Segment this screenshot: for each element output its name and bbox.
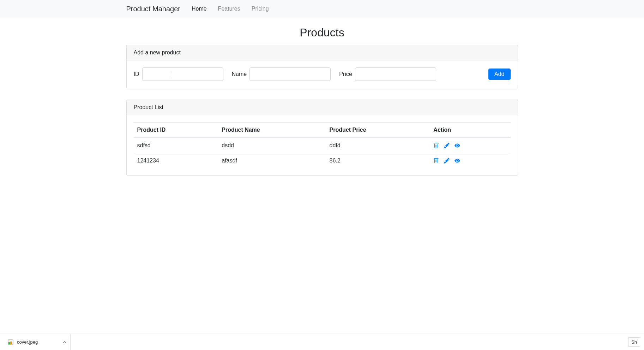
add-product-card-header: Add a new product	[127, 45, 518, 60]
trash-icon[interactable]	[433, 158, 439, 164]
nav-link-home[interactable]: Home	[186, 3, 212, 15]
add-product-form: ID Name Price Add	[134, 67, 511, 81]
pencil-icon[interactable]	[444, 158, 450, 164]
id-input[interactable]	[142, 67, 223, 81]
price-label: Price	[339, 71, 352, 77]
price-input[interactable]	[355, 67, 436, 81]
name-label: Name	[232, 71, 247, 77]
cell-product-price: 86.2	[326, 153, 430, 168]
table-row: 1241234 afasdf 86.2	[134, 153, 511, 168]
cell-product-name: afasdf	[218, 153, 326, 168]
pencil-icon[interactable]	[444, 143, 450, 148]
eye-icon[interactable]	[455, 158, 460, 164]
cell-product-id: sdfsd	[134, 138, 218, 153]
th-action: Action	[430, 123, 510, 138]
cell-action	[430, 138, 510, 153]
cell-product-name: dsdd	[218, 138, 326, 153]
navbar: Product Manager Home Features Pricing	[0, 0, 644, 18]
product-table: Product ID Product Name Product Price Ac…	[134, 122, 511, 168]
name-input[interactable]	[249, 67, 331, 81]
add-product-card: Add a new product ID Name Price	[126, 45, 518, 88]
brand[interactable]: Product Manager	[126, 3, 180, 15]
th-product-price: Product Price	[326, 123, 430, 138]
add-button[interactable]: Add	[488, 69, 510, 80]
nav-link-features[interactable]: Features	[212, 3, 246, 15]
nav-link-pricing[interactable]: Pricing	[246, 3, 275, 15]
id-label: ID	[134, 71, 139, 77]
cell-action	[430, 153, 510, 168]
th-product-name: Product Name	[218, 123, 326, 138]
trash-icon[interactable]	[433, 143, 439, 148]
text-cursor	[170, 71, 170, 77]
cell-product-id: 1241234	[134, 153, 218, 168]
cell-product-price: ddfd	[326, 138, 430, 153]
th-product-id: Product ID	[134, 123, 218, 138]
eye-icon[interactable]	[455, 143, 460, 148]
product-list-card: Product List Product ID Product Name Pro…	[126, 100, 518, 176]
table-row: sdfsd dsdd ddfd	[134, 138, 511, 153]
page-title: Products	[126, 26, 518, 39]
product-list-card-header: Product List	[127, 100, 518, 115]
